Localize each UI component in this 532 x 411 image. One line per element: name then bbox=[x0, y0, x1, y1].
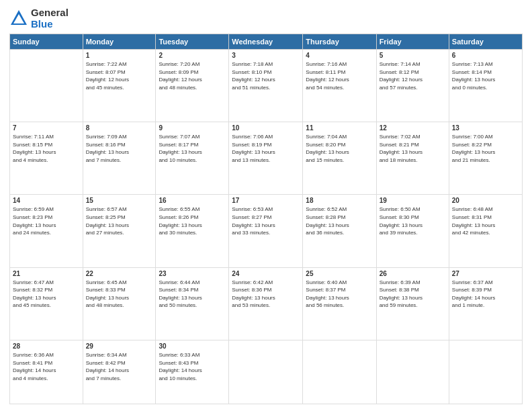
calendar-cell: 19Sunrise: 6:50 AM Sunset: 8:30 PM Dayli… bbox=[376, 195, 449, 267]
day-number: 4 bbox=[306, 52, 373, 59]
day-info: Sunrise: 7:06 AM Sunset: 8:19 PM Dayligh… bbox=[232, 133, 300, 164]
calendar-cell bbox=[229, 340, 303, 404]
day-number: 18 bbox=[306, 197, 373, 204]
col-header-sunday: Sunday bbox=[10, 34, 83, 50]
day-info: Sunrise: 6:34 AM Sunset: 8:42 PM Dayligh… bbox=[86, 351, 153, 382]
day-info: Sunrise: 7:07 AM Sunset: 8:17 PM Dayligh… bbox=[159, 133, 226, 164]
day-number: 17 bbox=[232, 197, 300, 204]
calendar-cell: 21Sunrise: 6:47 AM Sunset: 8:32 PM Dayli… bbox=[10, 267, 83, 340]
calendar-cell: 17Sunrise: 6:53 AM Sunset: 8:27 PM Dayli… bbox=[229, 195, 303, 267]
day-info: Sunrise: 7:14 AM Sunset: 8:12 PM Dayligh… bbox=[380, 60, 446, 91]
calendar-cell: 11Sunrise: 7:04 AM Sunset: 8:20 PM Dayli… bbox=[303, 122, 376, 195]
calendar-cell: 4Sunrise: 7:16 AM Sunset: 8:11 PM Daylig… bbox=[303, 50, 376, 122]
calendar-cell bbox=[10, 50, 83, 122]
day-info: Sunrise: 6:39 AM Sunset: 8:38 PM Dayligh… bbox=[380, 279, 446, 310]
day-number: 26 bbox=[380, 270, 446, 277]
calendar-cell: 24Sunrise: 6:42 AM Sunset: 8:36 PM Dayli… bbox=[229, 267, 303, 340]
calendar-cell: 22Sunrise: 6:45 AM Sunset: 8:33 PM Dayli… bbox=[83, 267, 156, 340]
day-info: Sunrise: 7:02 AM Sunset: 8:21 PM Dayligh… bbox=[380, 133, 446, 164]
day-info: Sunrise: 6:50 AM Sunset: 8:30 PM Dayligh… bbox=[380, 205, 446, 236]
table-body: 1Sunrise: 7:22 AM Sunset: 8:07 PM Daylig… bbox=[10, 50, 523, 404]
day-number: 9 bbox=[159, 124, 226, 132]
day-info: Sunrise: 7:04 AM Sunset: 8:20 PM Dayligh… bbox=[306, 133, 373, 164]
day-info: Sunrise: 6:59 AM Sunset: 8:23 PM Dayligh… bbox=[13, 205, 80, 236]
week-row-2: 14Sunrise: 6:59 AM Sunset: 8:23 PM Dayli… bbox=[10, 195, 523, 267]
day-number: 23 bbox=[159, 270, 226, 277]
week-row-3: 21Sunrise: 6:47 AM Sunset: 8:32 PM Dayli… bbox=[10, 267, 523, 340]
day-number: 22 bbox=[86, 270, 153, 277]
day-number: 25 bbox=[306, 270, 373, 277]
day-info: Sunrise: 7:18 AM Sunset: 8:10 PM Dayligh… bbox=[232, 60, 300, 91]
calendar-cell: 6Sunrise: 7:13 AM Sunset: 8:14 PM Daylig… bbox=[449, 50, 522, 122]
day-number: 20 bbox=[452, 197, 519, 204]
calendar-cell bbox=[376, 340, 449, 404]
calendar-cell bbox=[303, 340, 376, 404]
calendar-cell: 1Sunrise: 7:22 AM Sunset: 8:07 PM Daylig… bbox=[83, 50, 156, 122]
day-number: 10 bbox=[232, 124, 300, 132]
day-info: Sunrise: 6:48 AM Sunset: 8:31 PM Dayligh… bbox=[452, 205, 519, 236]
day-number: 19 bbox=[380, 197, 446, 204]
day-info: Sunrise: 6:45 AM Sunset: 8:33 PM Dayligh… bbox=[86, 279, 153, 310]
day-info: Sunrise: 7:09 AM Sunset: 8:16 PM Dayligh… bbox=[86, 133, 153, 164]
col-header-thursday: Thursday bbox=[303, 34, 376, 50]
day-number: 27 bbox=[452, 270, 519, 277]
header: General Blue bbox=[9, 7, 523, 30]
day-info: Sunrise: 7:20 AM Sunset: 8:09 PM Dayligh… bbox=[159, 60, 226, 91]
day-number: 21 bbox=[13, 270, 80, 277]
col-header-saturday: Saturday bbox=[449, 34, 522, 50]
day-info: Sunrise: 6:33 AM Sunset: 8:43 PM Dayligh… bbox=[159, 351, 226, 382]
day-number: 2 bbox=[159, 52, 226, 59]
table-header: SundayMondayTuesdayWednesdayThursdayFrid… bbox=[10, 34, 523, 50]
day-info: Sunrise: 6:37 AM Sunset: 8:39 PM Dayligh… bbox=[452, 279, 519, 310]
calendar-cell: 10Sunrise: 7:06 AM Sunset: 8:19 PM Dayli… bbox=[229, 122, 303, 195]
day-info: Sunrise: 7:22 AM Sunset: 8:07 PM Dayligh… bbox=[86, 60, 153, 91]
day-number: 6 bbox=[452, 52, 519, 59]
calendar-cell: 30Sunrise: 6:33 AM Sunset: 8:43 PM Dayli… bbox=[156, 340, 229, 404]
calendar-cell: 29Sunrise: 6:34 AM Sunset: 8:42 PM Dayli… bbox=[83, 340, 156, 404]
logo-text: General Blue bbox=[31, 7, 69, 30]
day-number: 24 bbox=[232, 270, 300, 277]
day-number: 11 bbox=[306, 124, 373, 132]
calendar-cell: 20Sunrise: 6:48 AM Sunset: 8:31 PM Dayli… bbox=[449, 195, 522, 267]
week-row-1: 7Sunrise: 7:11 AM Sunset: 8:15 PM Daylig… bbox=[10, 122, 523, 195]
calendar-cell: 13Sunrise: 7:00 AM Sunset: 8:22 PM Dayli… bbox=[449, 122, 522, 195]
day-info: Sunrise: 6:53 AM Sunset: 8:27 PM Dayligh… bbox=[232, 205, 300, 236]
week-row-0: 1Sunrise: 7:22 AM Sunset: 8:07 PM Daylig… bbox=[10, 50, 523, 122]
day-number: 7 bbox=[13, 124, 80, 132]
calendar-cell: 26Sunrise: 6:39 AM Sunset: 8:38 PM Dayli… bbox=[376, 267, 449, 340]
calendar-cell: 8Sunrise: 7:09 AM Sunset: 8:16 PM Daylig… bbox=[83, 122, 156, 195]
day-number: 5 bbox=[380, 52, 446, 59]
day-info: Sunrise: 6:55 AM Sunset: 8:26 PM Dayligh… bbox=[159, 205, 226, 236]
calendar-cell: 14Sunrise: 6:59 AM Sunset: 8:23 PM Dayli… bbox=[10, 195, 83, 267]
calendar-cell: 16Sunrise: 6:55 AM Sunset: 8:26 PM Dayli… bbox=[156, 195, 229, 267]
day-number: 13 bbox=[452, 124, 519, 132]
day-info: Sunrise: 6:44 AM Sunset: 8:34 PM Dayligh… bbox=[159, 279, 226, 310]
calendar-cell: 18Sunrise: 6:52 AM Sunset: 8:28 PM Dayli… bbox=[303, 195, 376, 267]
col-header-monday: Monday bbox=[83, 34, 156, 50]
logo: General Blue bbox=[9, 7, 69, 30]
calendar-cell bbox=[449, 340, 522, 404]
calendar-cell: 9Sunrise: 7:07 AM Sunset: 8:17 PM Daylig… bbox=[156, 122, 229, 195]
day-number: 1 bbox=[86, 52, 153, 59]
day-number: 16 bbox=[159, 197, 226, 204]
day-info: Sunrise: 6:40 AM Sunset: 8:37 PM Dayligh… bbox=[306, 279, 373, 310]
day-number: 12 bbox=[380, 124, 446, 132]
calendar-cell: 2Sunrise: 7:20 AM Sunset: 8:09 PM Daylig… bbox=[156, 50, 229, 122]
day-number: 14 bbox=[13, 197, 80, 204]
page: General Blue SundayMondayTuesdayWednesda… bbox=[0, 0, 532, 411]
calendar-cell: 25Sunrise: 6:40 AM Sunset: 8:37 PM Dayli… bbox=[303, 267, 376, 340]
week-row-4: 28Sunrise: 6:36 AM Sunset: 8:41 PM Dayli… bbox=[10, 340, 523, 404]
day-info: Sunrise: 7:00 AM Sunset: 8:22 PM Dayligh… bbox=[452, 133, 519, 164]
col-header-tuesday: Tuesday bbox=[156, 34, 229, 50]
day-info: Sunrise: 7:16 AM Sunset: 8:11 PM Dayligh… bbox=[306, 60, 373, 91]
calendar-table: SundayMondayTuesdayWednesdayThursdayFrid… bbox=[9, 34, 523, 404]
calendar-cell: 23Sunrise: 6:44 AM Sunset: 8:34 PM Dayli… bbox=[156, 267, 229, 340]
day-info: Sunrise: 6:52 AM Sunset: 8:28 PM Dayligh… bbox=[306, 205, 373, 236]
day-number: 29 bbox=[86, 342, 153, 350]
header-row: SundayMondayTuesdayWednesdayThursdayFrid… bbox=[10, 34, 523, 50]
calendar-cell: 28Sunrise: 6:36 AM Sunset: 8:41 PM Dayli… bbox=[10, 340, 83, 404]
day-number: 8 bbox=[86, 124, 153, 132]
day-info: Sunrise: 7:13 AM Sunset: 8:14 PM Dayligh… bbox=[452, 60, 519, 91]
calendar-cell: 5Sunrise: 7:14 AM Sunset: 8:12 PM Daylig… bbox=[376, 50, 449, 122]
calendar-cell: 3Sunrise: 7:18 AM Sunset: 8:10 PM Daylig… bbox=[229, 50, 303, 122]
